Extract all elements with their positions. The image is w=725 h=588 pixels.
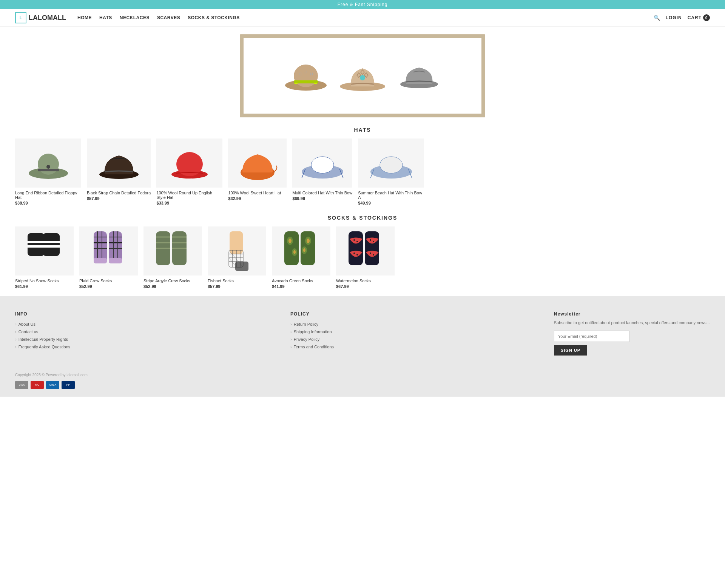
logo[interactable]: L LALOMALL [15,12,66,23]
hat-price-5: $69.99 [292,196,352,201]
footer-policy-item-4[interactable]: Terms and Conditions [290,345,334,349]
cart-link[interactable]: CART 0 [688,14,710,21]
svg-rect-7 [314,83,317,84]
socks-section-title: SOCKS & STOCKINGS [0,215,725,221]
sock-product-3[interactable]: Stripe Argyle Crew Socks $52.99 [143,226,202,289]
hat-product-1[interactable]: Long End Ribbon Detailed Floppy Hat $38.… [15,139,81,205]
nav-home[interactable]: HOME [77,15,92,20]
header-left: L LALOMALL HOME HATS NECKLACES SCARVES S… [15,12,240,23]
sock-img-5 [272,226,330,276]
footer-content: INFO About Us Contact us Intellectual Pr… [15,311,710,356]
footer-policy-title: POLICY [290,311,334,317]
sock-product-1[interactable]: Striped No Show Socks $61.99 [15,226,74,289]
svg-point-23 [311,157,334,173]
svg-rect-34 [43,241,60,243]
sock-name-1: Striped No Show Socks [15,279,74,283]
svg-point-78 [303,248,305,252]
svg-rect-69 [284,231,299,265]
hat-price-2: $57.99 [87,196,151,201]
svg-point-74 [307,239,310,243]
svg-rect-49 [109,258,122,263]
svg-point-27 [380,157,403,173]
nav-hats[interactable]: HATS [99,15,112,20]
footer-info-item-4[interactable]: Frequently Asked Questions [15,345,70,349]
footer-bottom: Copyright 2023 © Powered by lalomall.com… [15,367,710,389]
sock-img-3 [143,226,202,276]
sock-product-5[interactable]: Avocado Green Socks $41.99 [272,226,330,289]
newsletter-signup-button[interactable]: SIGN UP [554,345,587,356]
login-link[interactable]: LOGIN [666,15,682,20]
hero-banner [240,34,485,117]
hat-img-4 [228,139,287,188]
hat-price-3: $33.99 [156,201,222,205]
nav-necklaces[interactable]: NECKLACES [120,15,150,20]
sock-name-3: Stripe Argyle Crew Socks [143,279,202,283]
footer-info-title: INFO [15,311,70,317]
search-icon[interactable]: 🔍 [654,15,660,21]
footer-info-list: About Us Contact us Intellectual Propert… [15,322,70,349]
footer-info-item-1[interactable]: About Us [15,322,70,326]
payment-icon-visa: VISA [15,381,28,389]
svg-rect-35 [43,245,60,248]
hat-product-4[interactable]: 100% Wool Sweet Heart Hat $32.99 [228,139,287,205]
sock-price-4: $57.99 [208,284,266,289]
hat-name-3: 100% Wool Round Up English Style Hat [156,191,222,200]
sock-product-6[interactable]: Watermelon Socks $67.99 [336,226,395,289]
footer-policy-item-2[interactable]: Shipping Information [290,329,334,334]
hat-price-6: $49.99 [358,201,424,205]
svg-point-81 [353,239,355,241]
header-right: 🔍 LOGIN CART 0 [654,14,710,21]
hat-name-6: Summer Beach Hat With Thin Bow A [358,191,424,200]
footer: INFO About Us Contact us Intellectual Pr… [0,296,725,397]
svg-point-84 [370,239,371,241]
footer-info-item-3[interactable]: Intellectual Property Rights [15,337,70,342]
svg-rect-31 [43,233,60,256]
nav-socks[interactable]: SOCKS & STOCKINGS [188,15,240,20]
svg-point-85 [373,241,374,242]
footer-newsletter: Newsletter Subscribe to get notified abo… [554,311,710,356]
svg-point-15 [38,154,59,175]
newsletter-email-input[interactable] [554,331,629,342]
newsletter-desc: Subscribe to get notified about product … [554,320,710,326]
hero-hat-svg-2 [338,57,387,95]
black-fedora-svg [96,142,142,184]
nav-scarves[interactable]: SCARVES [157,15,180,20]
sock-price-3: $52.99 [143,284,202,289]
svg-point-87 [353,252,355,254]
copyright-text: Copyright 2023 © Powered by lalomall.com [15,373,88,377]
footer-info-item-2[interactable]: Contact us [15,329,70,334]
hat-product-2[interactable]: Black Strap Chain Detailed Fedora $57.99 [87,139,151,205]
blue-hat-svg [300,142,345,184]
sock-price-2: $52.99 [79,284,138,289]
hat-product-3[interactable]: 100% Wool Round Up English Style Hat $33… [156,139,222,205]
hero-hat-svg-3 [396,57,442,95]
top-banner: Free & Fast Shipping [0,0,725,9]
svg-point-90 [373,254,374,256]
svg-rect-32 [28,241,45,243]
hat-name-4: 100% Wool Sweet Heart Hat [228,191,287,195]
svg-rect-6 [295,83,298,84]
sock-product-4[interactable]: Fishnet Socks $57.99 [208,226,266,289]
fishnet-sock-svg [214,229,260,273]
hat-price-1: $38.99 [15,201,81,205]
svg-rect-79 [349,231,363,265]
hat-img-3 [156,139,222,188]
logo-icon: L [15,12,26,23]
footer-policy-item-3[interactable]: Privacy Policy [290,337,334,342]
hat-name-5: Multi Colored Hat With Thin Bow [292,191,352,195]
hat-product-6[interactable]: Summer Beach Hat With Thin Bow A $49.99 [358,139,424,205]
svg-point-89 [370,252,371,254]
hat-product-5[interactable]: Multi Colored Hat With Thin Bow $69.99 [292,139,352,205]
svg-point-83 [352,242,353,243]
beach-hat-svg [369,142,414,184]
payment-icon-mc: MC [31,381,44,389]
hero-inner [244,38,481,114]
hero-hat-svg-1 [283,57,329,95]
svg-point-17 [46,165,50,169]
sock-product-2[interactable]: Plaid Crew Socks $52.99 [79,226,138,289]
sock-img-6 [336,226,395,276]
svg-point-72 [288,239,292,243]
sock-img-2 [79,226,138,276]
footer-policy-item-1[interactable]: Return Policy [290,322,334,326]
hats-section-title: HATS [0,127,725,133]
